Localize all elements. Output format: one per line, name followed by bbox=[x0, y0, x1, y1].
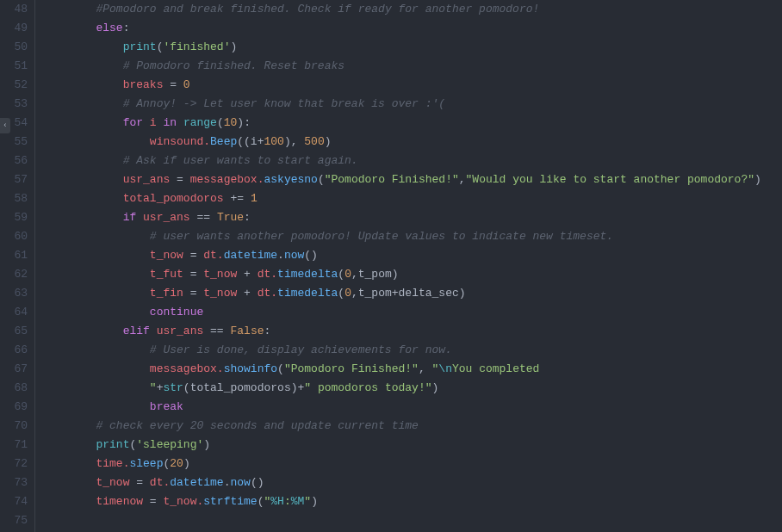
code-line[interactable]: continue bbox=[42, 303, 782, 322]
code-editor[interactable]: 4849505152535455565758596061626364656667… bbox=[0, 0, 782, 532]
token: timedelta bbox=[277, 268, 338, 281]
code-line[interactable]: #Pomodoro and break finished. Check if r… bbox=[42, 0, 782, 19]
code-line[interactable]: # Pomodoro finished. Reset breaks bbox=[42, 57, 782, 76]
line-number: 63 bbox=[0, 284, 28, 303]
token: askyesno bbox=[264, 173, 317, 186]
fold-handle[interactable]: ‹ bbox=[0, 118, 10, 133]
token: t_now bbox=[196, 287, 244, 300]
token: dt. bbox=[251, 268, 277, 281]
line-number: 57 bbox=[0, 170, 28, 189]
token: ( bbox=[318, 173, 325, 186]
token: showinfo bbox=[224, 362, 277, 375]
token: dt. bbox=[251, 287, 277, 300]
token: (total_pomodoros) bbox=[183, 381, 298, 394]
token bbox=[244, 192, 251, 205]
code-line[interactable] bbox=[42, 511, 782, 530]
code-line[interactable]: usr_ans = messagebox.askyesno("Pomodoro … bbox=[42, 170, 782, 189]
token: True bbox=[217, 211, 244, 224]
token: + bbox=[244, 287, 251, 300]
token: ) bbox=[432, 381, 439, 394]
token: t_now bbox=[150, 249, 190, 262]
token: : bbox=[284, 495, 291, 508]
token: 'sleeping' bbox=[136, 438, 203, 451]
code-line[interactable]: winsound.Beep((i+100), 500) bbox=[42, 133, 782, 152]
line-number: 52 bbox=[0, 76, 28, 95]
line-number: 64 bbox=[0, 303, 28, 322]
line-number: 53 bbox=[0, 95, 28, 114]
token: = bbox=[136, 476, 143, 489]
code-line[interactable]: timenow = t_now.strftime("%H:%M") bbox=[42, 492, 782, 511]
token: "Pomodoro Finished!" bbox=[325, 173, 459, 186]
line-number: 49 bbox=[0, 19, 28, 38]
token: elif bbox=[123, 325, 150, 337]
code-line[interactable]: "+str(total_pomodoros)+" pomodoros today… bbox=[42, 379, 782, 398]
code-line[interactable]: elif usr_ans == False: bbox=[42, 322, 782, 341]
token: ) bbox=[325, 135, 332, 148]
line-number: 50 bbox=[0, 38, 28, 57]
token: += bbox=[230, 192, 244, 205]
line-number: 58 bbox=[0, 189, 28, 208]
code-line[interactable]: # Ask if user wants to start again. bbox=[42, 152, 782, 170]
token: continue bbox=[150, 306, 203, 319]
token: timedelta bbox=[277, 287, 338, 300]
code-line[interactable]: # Annoy! -> Let user know that break is … bbox=[42, 95, 782, 114]
token bbox=[143, 116, 150, 129]
code-line[interactable]: # user wants another pomodoro! Update va… bbox=[42, 227, 782, 246]
code-line[interactable]: t_fut = t_now + dt.timedelta(0,t_pom) bbox=[42, 265, 782, 284]
token: False bbox=[230, 325, 264, 337]
code-line[interactable]: t_fin = t_now + dt.timedelta(0,t_pom+del… bbox=[42, 284, 782, 303]
line-number: 68 bbox=[0, 379, 28, 398]
token: %H bbox=[270, 495, 284, 508]
token: "Would you like to start another pomodor… bbox=[466, 173, 754, 186]
token: for bbox=[123, 116, 143, 129]
code-line[interactable]: for i in range(10): bbox=[42, 114, 782, 133]
code-line[interactable]: else: bbox=[42, 19, 782, 38]
line-number: 51 bbox=[0, 57, 28, 76]
token: You completed bbox=[452, 362, 539, 375]
code-line[interactable]: t_now = dt.datetime.now() bbox=[42, 246, 782, 265]
token: 'finished' bbox=[163, 40, 230, 53]
line-number: 66 bbox=[0, 341, 28, 360]
token: : bbox=[264, 325, 271, 337]
line-number: 60 bbox=[0, 227, 28, 246]
token: ) bbox=[183, 457, 190, 470]
token: break bbox=[150, 400, 183, 413]
line-number: 48 bbox=[0, 0, 28, 19]
line-number-gutter: 4849505152535455565758596061626364656667… bbox=[0, 0, 34, 532]
code-area[interactable]: #Pomodoro and break finished. Check if r… bbox=[35, 0, 782, 532]
token: usr_ans bbox=[150, 325, 210, 337]
token: strftime bbox=[203, 495, 257, 508]
token: else bbox=[96, 22, 122, 34]
code-line[interactable]: print('sleeping') bbox=[42, 436, 782, 455]
token: 0 bbox=[344, 268, 351, 281]
code-line[interactable]: total_pomodoros += 1 bbox=[42, 189, 782, 208]
token: , bbox=[459, 173, 466, 186]
line-number: 69 bbox=[0, 398, 28, 417]
token: == bbox=[196, 211, 210, 224]
code-line[interactable]: if usr_ans == True: bbox=[42, 208, 782, 227]
token: ): bbox=[237, 116, 251, 129]
token: = bbox=[150, 495, 157, 508]
code-line[interactable]: # User is done, display achievements for… bbox=[42, 341, 782, 360]
token: \n bbox=[438, 362, 452, 375]
token bbox=[177, 78, 183, 91]
token: ((i bbox=[237, 135, 257, 148]
token: total_pomodoros bbox=[123, 192, 231, 205]
line-number: 61 bbox=[0, 246, 28, 265]
code-line[interactable]: t_now = dt.datetime.now() bbox=[42, 473, 782, 492]
token: print bbox=[96, 438, 129, 451]
code-line[interactable]: # check every 20 seconds and update curr… bbox=[42, 417, 782, 436]
code-line[interactable]: print('finished') bbox=[42, 38, 782, 57]
token: # Annoy! -> Let user know that break is … bbox=[123, 97, 445, 110]
token: . bbox=[277, 249, 284, 262]
token: () bbox=[251, 476, 264, 489]
token: 1 bbox=[251, 192, 258, 205]
token: # Pomodoro finished. Reset breaks bbox=[123, 59, 344, 72]
token: ), bbox=[284, 135, 304, 148]
code-line[interactable]: break bbox=[42, 398, 782, 417]
code-line[interactable]: messagebox.showinfo("Pomodoro Finished!"… bbox=[42, 360, 782, 379]
code-line[interactable]: breaks = 0 bbox=[42, 76, 782, 95]
token: ) bbox=[203, 438, 210, 451]
code-line[interactable]: time.sleep(20) bbox=[42, 455, 782, 473]
token: ) bbox=[311, 495, 318, 508]
